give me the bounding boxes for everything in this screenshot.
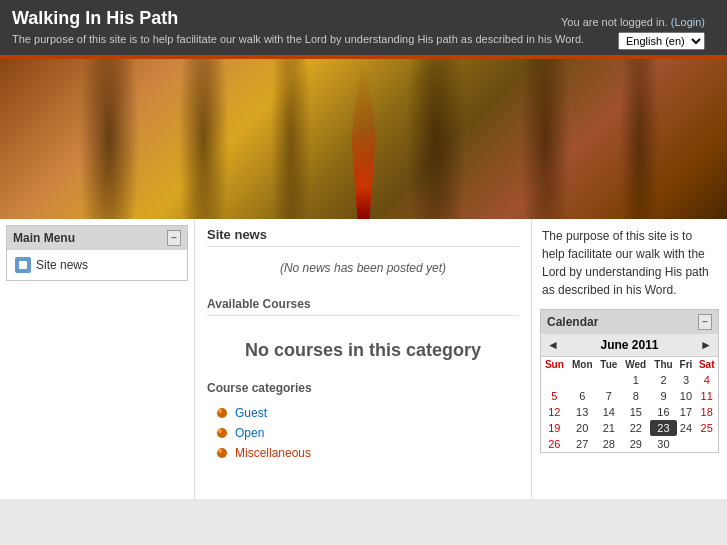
calendar-day[interactable]: 22	[621, 420, 650, 436]
category-misc: Miscellaneous	[207, 443, 519, 463]
calendar-day[interactable]: 5	[541, 388, 568, 404]
main-menu-label: Main Menu	[13, 231, 75, 245]
category-icon-misc	[215, 446, 229, 460]
calendar-block: Calendar − ◄ June 2011 ► Sun Mon Tue Wed	[540, 309, 719, 453]
calendar-day[interactable]: 26	[541, 436, 568, 452]
calendar-nav: ◄ June 2011 ►	[541, 334, 718, 357]
category-open-link[interactable]: Open	[235, 426, 264, 440]
language-dropdown[interactable]: English (en)	[618, 32, 705, 50]
calendar-day[interactable]: 25	[695, 420, 718, 436]
calendar-day[interactable]: 3	[677, 372, 696, 388]
language-selector[interactable]: English (en)	[561, 32, 705, 50]
calendar-day[interactable]: 20	[568, 420, 597, 436]
cal-header-mon: Mon	[568, 357, 597, 372]
menu-item-site-news: Site news	[13, 254, 181, 276]
available-courses-header: Available Courses	[207, 297, 519, 316]
auth-text: You are not logged in.	[561, 16, 668, 28]
calendar-day[interactable]: 11	[695, 388, 718, 404]
site-news-icon	[15, 257, 31, 273]
calendar-day[interactable]: 18	[695, 404, 718, 420]
calendar-table: Sun Mon Tue Wed Thu Fri Sat 123456789101…	[541, 357, 718, 452]
calendar-day[interactable]: 8	[621, 388, 650, 404]
calendar-day[interactable]: 1	[621, 372, 650, 388]
site-news-link[interactable]: Site news	[36, 258, 88, 272]
calendar-day[interactable]: 30	[650, 436, 676, 452]
calendar-day[interactable]: 10	[677, 388, 696, 404]
header-right: You are not logged in. (Login) English (…	[561, 16, 705, 50]
calendar-prev[interactable]: ◄	[547, 338, 559, 352]
main-menu-block: Main Menu − Site news	[6, 225, 188, 281]
calendar-toggle[interactable]: −	[698, 314, 712, 330]
login-link[interactable]: (Login)	[671, 16, 705, 28]
calendar-next[interactable]: ►	[700, 338, 712, 352]
calendar-header: Calendar −	[541, 310, 718, 334]
calendar-body: 1234567891011121314151617181920212223242…	[541, 372, 718, 452]
calendar-day[interactable]: 2	[650, 372, 676, 388]
calendar-day[interactable]: 27	[568, 436, 597, 452]
calendar-day[interactable]: 7	[597, 388, 621, 404]
calendar-day[interactable]: 23	[650, 420, 676, 436]
calendar-day[interactable]: 6	[568, 388, 597, 404]
course-categories-header: Course categories	[207, 381, 519, 395]
calendar-day[interactable]: 15	[621, 404, 650, 420]
site-news-section-header: Site news	[207, 227, 519, 247]
calendar-day[interactable]: 21	[597, 420, 621, 436]
main-menu-toggle[interactable]: −	[167, 230, 181, 246]
calendar-day	[677, 436, 696, 452]
calendar-day[interactable]: 19	[541, 420, 568, 436]
cal-header-sun: Sun	[541, 357, 568, 372]
calendar-day[interactable]: 29	[621, 436, 650, 452]
cal-header-sat: Sat	[695, 357, 718, 372]
calendar-day[interactable]: 28	[597, 436, 621, 452]
calendar-day[interactable]: 24	[677, 420, 696, 436]
calendar-day[interactable]: 16	[650, 404, 676, 420]
cal-header-fri: Fri	[677, 357, 696, 372]
main-menu-header: Main Menu −	[7, 226, 187, 250]
category-icon-open	[215, 426, 229, 440]
site-header: Walking In His Path The purpose of this …	[0, 0, 727, 55]
calendar-label: Calendar	[547, 315, 598, 329]
cal-header-tue: Tue	[597, 357, 621, 372]
category-guest: Guest	[207, 403, 519, 423]
sidebar-left: Main Menu − Site news	[0, 219, 195, 499]
calendar-day[interactable]: 9	[650, 388, 676, 404]
center-content: Site news (No news has been posted yet) …	[195, 219, 532, 499]
category-misc-link[interactable]: Miscellaneous	[235, 446, 311, 460]
no-news-message: (No news has been posted yet)	[207, 251, 519, 285]
cal-header-thu: Thu	[650, 357, 676, 372]
calendar-day[interactable]: 4	[695, 372, 718, 388]
banner-image	[0, 59, 727, 219]
main-content: Main Menu − Site news Site news (No news…	[0, 219, 727, 499]
calendar-day[interactable]: 14	[597, 404, 621, 420]
category-open: Open	[207, 423, 519, 443]
category-icon-guest	[215, 406, 229, 420]
page-wrapper: Walking In His Path The purpose of this …	[0, 0, 727, 499]
no-courses-message: No courses in this category	[207, 320, 519, 371]
calendar-day[interactable]: 13	[568, 404, 597, 420]
calendar-day	[541, 372, 568, 388]
category-guest-link[interactable]: Guest	[235, 406, 267, 420]
right-description: The purpose of this site is to help faci…	[540, 227, 719, 299]
calendar-day[interactable]: 17	[677, 404, 696, 420]
calendar-day[interactable]: 12	[541, 404, 568, 420]
cal-header-wed: Wed	[621, 357, 650, 372]
main-menu-content: Site news	[7, 250, 187, 280]
sidebar-right: The purpose of this site is to help faci…	[532, 219, 727, 499]
calendar-month-year: June 2011	[600, 338, 658, 352]
calendar-day	[568, 372, 597, 388]
calendar-day	[597, 372, 621, 388]
calendar-day	[695, 436, 718, 452]
